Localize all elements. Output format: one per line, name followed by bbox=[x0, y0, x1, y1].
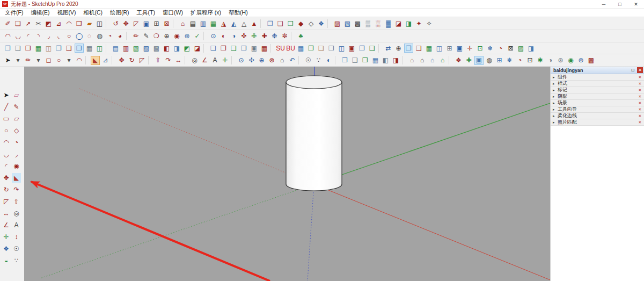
tool-icon[interactable]: ❒ bbox=[327, 44, 336, 53]
tool-icon[interactable]: ◨ bbox=[526, 44, 536, 53]
tool-icon[interactable]: ❖ bbox=[454, 56, 463, 65]
tool-icon[interactable]: ◍ bbox=[95, 32, 104, 41]
tool-icon[interactable]: ⊛ bbox=[182, 32, 192, 41]
tool-icon[interactable]: ❑ bbox=[317, 44, 326, 53]
tool-icon[interactable]: ▣ bbox=[142, 19, 151, 28]
eraser-icon[interactable]: ▱ bbox=[12, 90, 21, 100]
arc-5-icon[interactable]: ◞ bbox=[44, 32, 53, 41]
tool-icon[interactable]: ◔ bbox=[515, 56, 524, 65]
close-icon[interactable]: ✕ bbox=[638, 120, 642, 125]
arc-2-icon[interactable]: ◡ bbox=[13, 32, 23, 41]
walk-icon[interactable]: ∵ bbox=[314, 56, 323, 65]
tool-icon[interactable]: ◆ bbox=[296, 19, 305, 28]
minimize-button[interactable]: ─ bbox=[596, 0, 612, 8]
line-icon[interactable]: ✏ bbox=[24, 56, 33, 65]
tool-icon[interactable]: ◫ bbox=[337, 44, 346, 53]
check-icon[interactable]: ✓ bbox=[193, 32, 202, 41]
tool-icon[interactable]: ⊡ bbox=[475, 44, 485, 53]
sketch-icon[interactable]: ✐ bbox=[3, 19, 12, 28]
pencil-icon[interactable]: ✏ bbox=[131, 32, 141, 41]
scale-icon[interactable]: ◸ bbox=[2, 197, 11, 206]
tool-icon[interactable]: ⊠ bbox=[162, 19, 171, 28]
scale-icon[interactable]: ◸ bbox=[137, 56, 147, 65]
offset-icon[interactable]: ↔ bbox=[174, 56, 183, 65]
tool-icon[interactable]: ✛ bbox=[465, 44, 474, 53]
cylinder-model[interactable] bbox=[286, 76, 342, 191]
chevron-right-icon[interactable]: ▸ bbox=[553, 120, 558, 125]
style-icon[interactable]: ◨ bbox=[172, 44, 181, 53]
previous-view-icon[interactable]: ↶ bbox=[288, 56, 297, 65]
dropdown-icon[interactable]: ▾ bbox=[13, 56, 23, 65]
view-left-icon[interactable]: ◨ bbox=[391, 56, 400, 65]
tool-icon[interactable]: ▤ bbox=[188, 19, 197, 28]
tape-measure-icon[interactable]: ◎ bbox=[12, 208, 21, 218]
tool-icon[interactable]: ◐ bbox=[219, 32, 228, 41]
tool-icon[interactable]: ◑ bbox=[546, 56, 555, 65]
rotated-rectangle-icon[interactable]: ▱ bbox=[12, 114, 21, 124]
bu-logo-icon[interactable]: BU bbox=[286, 44, 295, 53]
move-icon[interactable]: ✥ bbox=[121, 19, 130, 28]
layer-icon[interactable]: ▣ bbox=[250, 44, 259, 53]
paint-bucket-icon[interactable]: ◣ bbox=[91, 56, 100, 65]
push-pull-icon[interactable]: ⇧ bbox=[12, 197, 21, 206]
view-front-icon[interactable]: ❒ bbox=[361, 56, 370, 65]
tool-icon[interactable]: ◭ bbox=[229, 19, 238, 28]
tool-icon[interactable]: ❖ bbox=[317, 19, 326, 28]
tool-icon[interactable]: ⊠ bbox=[506, 44, 515, 53]
polygon-icon[interactable]: ◇ bbox=[12, 126, 21, 135]
paint-bucket-icon[interactable]: ◣ bbox=[12, 173, 21, 183]
view-right-icon[interactable]: ▦ bbox=[371, 56, 380, 65]
style-icon[interactable]: ▧ bbox=[131, 44, 141, 53]
style-icon[interactable]: ▤ bbox=[111, 44, 120, 53]
tool-icon[interactable]: ◑ bbox=[229, 32, 238, 41]
protractor-icon[interactable]: ∠ bbox=[2, 220, 11, 230]
close-icon[interactable]: ✕ bbox=[638, 75, 642, 80]
tool-icon[interactable]: ▣ bbox=[474, 56, 484, 65]
zoom-extents-icon[interactable]: ⌂ bbox=[277, 56, 287, 65]
freehand-icon[interactable]: ✎ bbox=[142, 32, 151, 41]
rect-icon[interactable]: ❏ bbox=[13, 19, 23, 28]
su-logo-icon[interactable]: SU bbox=[276, 44, 285, 53]
tool-icon[interactable]: ⊞ bbox=[445, 44, 454, 53]
2pt-arc-icon[interactable]: ◞ bbox=[12, 149, 21, 159]
home-1-icon[interactable]: ⌂ bbox=[407, 56, 416, 65]
tool-icon[interactable]: ▥ bbox=[199, 19, 208, 28]
chevron-right-icon[interactable]: ▸ bbox=[553, 88, 558, 92]
layer-icon[interactable]: ❐ bbox=[219, 44, 228, 53]
chevron-right-icon[interactable]: ▸ bbox=[553, 114, 558, 118]
pin-icon[interactable]: ⊡ bbox=[630, 68, 636, 73]
tool-icon[interactable]: ▣ bbox=[347, 44, 356, 53]
home-2-icon[interactable]: ⌂ bbox=[418, 56, 427, 65]
pie-icon[interactable]: ◔ bbox=[12, 138, 21, 147]
tool-icon[interactable]: ⊕ bbox=[162, 32, 171, 41]
cut-icon[interactable]: ✂ bbox=[34, 19, 43, 28]
tape-measure-icon[interactable]: ◎ bbox=[190, 56, 199, 65]
tool-icon[interactable]: ▦ bbox=[425, 44, 434, 53]
arc-icon[interactable]: ◠ bbox=[64, 19, 74, 28]
menu-item[interactable]: 编辑(E) bbox=[27, 9, 53, 17]
tool-icon[interactable]: ⊞ bbox=[152, 19, 161, 28]
tool-icon[interactable]: ▩ bbox=[353, 19, 362, 28]
tool-icon[interactable]: ⊛ bbox=[556, 56, 565, 65]
tool-icon[interactable]: ❐ bbox=[306, 44, 316, 53]
tool-icon[interactable]: ◮ bbox=[219, 19, 228, 28]
follow-me-icon[interactable]: ↷ bbox=[12, 185, 21, 194]
drawing-canvas[interactable] bbox=[24, 67, 550, 281]
rectangle-icon[interactable]: ◻ bbox=[44, 56, 53, 65]
rotate-icon[interactable]: ↻ bbox=[127, 56, 136, 65]
dropdown-icon[interactable]: ▾ bbox=[34, 56, 43, 65]
3d-text-icon[interactable]: ❖ bbox=[2, 244, 11, 254]
layer-icon[interactable]: ❒ bbox=[239, 44, 248, 53]
tool-icon[interactable]: ❍ bbox=[152, 32, 161, 41]
push-pull-icon[interactable]: ⇧ bbox=[153, 56, 163, 65]
tool-icon[interactable]: ◪ bbox=[394, 19, 403, 28]
tool-icon[interactable]: ❉ bbox=[270, 32, 279, 41]
text-icon[interactable]: A bbox=[210, 56, 219, 65]
tree-icon[interactable]: ♣ bbox=[296, 32, 305, 41]
look-around-icon[interactable]: ☉ bbox=[304, 56, 313, 65]
style-icon[interactable]: ▩ bbox=[152, 44, 161, 53]
tool-icon[interactable]: ❑ bbox=[414, 44, 423, 53]
tool-icon[interactable]: ▩ bbox=[587, 56, 596, 65]
close-icon[interactable]: ✕ bbox=[638, 101, 642, 105]
tool-icon[interactable]: ⊞ bbox=[495, 56, 504, 65]
